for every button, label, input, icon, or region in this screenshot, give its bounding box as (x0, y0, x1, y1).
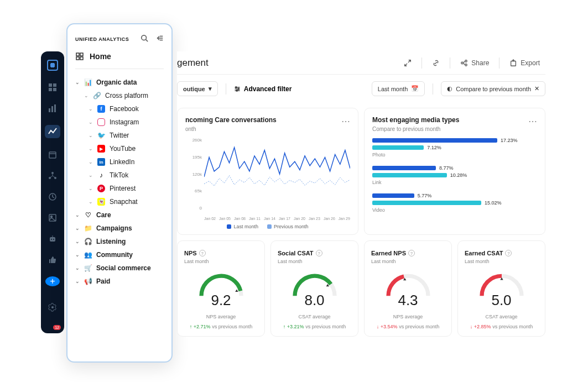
metric-value: 5.0 (477, 292, 527, 309)
metric-subtitle: Last month (465, 259, 538, 264)
svg-rect-3 (53, 88, 56, 91)
tree-organic-data[interactable]: ⌄📊Organic data (75, 76, 164, 89)
help-icon[interactable]: ? (316, 250, 322, 256)
card-subtitle: Compare to previous month (372, 126, 537, 132)
home-item[interactable]: Home (75, 52, 164, 61)
svg-point-17 (53, 239, 54, 240)
card-title: ncoming Care conversations (185, 116, 350, 124)
calendar-icon[interactable] (46, 150, 59, 159)
thumbs-up-icon[interactable] (46, 255, 59, 264)
svg-point-9 (51, 172, 54, 174)
gauge-chart: 8.0 (290, 271, 340, 298)
advanced-filter[interactable]: Advanced filter (234, 85, 292, 93)
card-subtitle: onth (185, 126, 350, 132)
chevron-down-icon: ▾ (209, 85, 212, 92)
metric-card: Social CSAT ? Last month 8.0 CSAT averag… (270, 240, 358, 337)
nav-panel: UNIFIED ANALYTICS Home ⌄📊Organic data ⌄🔗… (66, 23, 173, 363)
megaphone-icon: 📢 (84, 277, 92, 285)
sidebar-rail: + 12 (41, 51, 64, 333)
compare-filter[interactable]: ◐Compare to previous month✕ (441, 81, 545, 96)
tree-campaigns[interactable]: ⌄📁Campaigns (75, 222, 164, 235)
expand-icon[interactable] (404, 59, 412, 67)
tree-snapchat[interactable]: ⌄👻Snapchat (75, 195, 164, 208)
history-icon[interactable] (46, 192, 59, 201)
pinterest-icon: P (97, 185, 105, 192)
metric-value: 9.2 (196, 292, 246, 309)
tree-facebook[interactable]: ⌄fFacebook (75, 102, 164, 116)
svg-line-34 (464, 63, 466, 64)
gauge-chart: 4.3 (383, 271, 433, 298)
svg-rect-6 (54, 104, 56, 112)
metric-subtitle: Last month (184, 259, 258, 264)
tree-youtube[interactable]: ⌄▶YouTube (75, 142, 164, 155)
svg-line-20 (146, 40, 148, 42)
svg-point-40 (235, 86, 236, 87)
link-icon[interactable] (432, 59, 440, 67)
media-types-card: Most engaging media types Compare to pre… (364, 108, 545, 235)
tree-paid[interactable]: ⌄📢Paid (75, 275, 164, 288)
metric-card: NPS ? Last month 9.2 NPS average ↑ +2.71… (177, 240, 265, 337)
profile-filter[interactable]: outique▾ (177, 81, 218, 96)
tree-social-commerce[interactable]: ⌄🛒Social commerce (75, 261, 164, 275)
svg-point-30 (461, 62, 464, 64)
svg-rect-35 (511, 61, 516, 66)
gear-icon[interactable] (46, 303, 59, 312)
metric-change: ↓ +3.54% vs previous month (371, 324, 445, 329)
page-title: gement (177, 57, 209, 69)
tiktok-icon: ♪ (97, 171, 105, 179)
export-button[interactable]: Export (509, 59, 540, 67)
period-filter[interactable]: Last month📅 (372, 81, 425, 96)
metric-title: Social CSAT ? (278, 250, 322, 256)
search-icon[interactable] (141, 34, 148, 44)
svg-rect-24 (76, 53, 79, 56)
tree-tiktok[interactable]: ⌄♪TikTok (75, 169, 164, 182)
more-icon[interactable]: ⋯ (341, 116, 350, 127)
svg-rect-26 (76, 57, 79, 60)
chart-icon[interactable] (46, 104, 59, 113)
image-icon[interactable] (46, 213, 59, 222)
divider (75, 69, 164, 69)
hierarchy-icon[interactable] (46, 171, 59, 180)
tree-listening[interactable]: ⌄🎧Listening (75, 235, 164, 248)
svg-rect-1 (53, 83, 56, 87)
home-label: Home (90, 52, 111, 61)
help-icon[interactable]: ? (199, 250, 206, 256)
gauge-chart: 9.2 (196, 271, 246, 298)
metric-title: NPS ? (184, 250, 206, 256)
metric-average-label: NPS average (184, 314, 258, 319)
analytics-icon[interactable] (45, 125, 60, 138)
tree-pinterest[interactable]: ⌄PPinterest (75, 182, 164, 195)
tree-linkedin[interactable]: ⌄inLinkedIn (75, 155, 164, 169)
metric-subtitle: Last month (371, 259, 445, 264)
svg-point-42 (236, 90, 237, 91)
svg-rect-5 (51, 106, 53, 112)
tree-twitter[interactable]: ⌄🐦Twitter (75, 129, 164, 142)
gauge-chart: 5.0 (477, 271, 527, 298)
tree-cross-platform[interactable]: ⌄🔗Cross platform (75, 89, 164, 102)
calendar-icon: 📅 (411, 85, 419, 92)
tree-care[interactable]: ⌄♡Care (75, 208, 164, 222)
help-icon[interactable]: ? (505, 250, 512, 256)
metric-change: ↑ +2.71% vs previous month (184, 324, 258, 329)
main-content: gement Share Export outique▾ Advanced fi… (177, 51, 545, 333)
snapchat-icon: 👻 (97, 198, 105, 206)
svg-line-33 (464, 61, 466, 62)
help-icon[interactable]: ? (408, 250, 415, 256)
share-button[interactable]: Share (460, 59, 489, 67)
more-icon[interactable]: ⋯ (528, 116, 537, 127)
tree-instagram[interactable]: ⌄Instagram (75, 116, 164, 129)
facebook-icon: f (97, 105, 105, 113)
collapse-icon[interactable] (156, 34, 164, 44)
notification-badge: 12 (53, 325, 61, 330)
link-icon: 🔗 (93, 92, 101, 99)
bot-icon[interactable] (46, 234, 59, 243)
dashboard-icon[interactable] (46, 83, 59, 92)
tree-community[interactable]: ⌄👥Community (75, 248, 164, 261)
y-axis: 260k195k120k65k0 (185, 138, 202, 211)
metric-average-label: NPS average (371, 314, 445, 319)
svg-point-41 (238, 88, 239, 89)
svg-point-31 (465, 60, 467, 62)
logo-icon[interactable] (46, 60, 59, 71)
add-button[interactable]: + (45, 276, 60, 286)
close-icon[interactable]: ✕ (534, 85, 539, 92)
